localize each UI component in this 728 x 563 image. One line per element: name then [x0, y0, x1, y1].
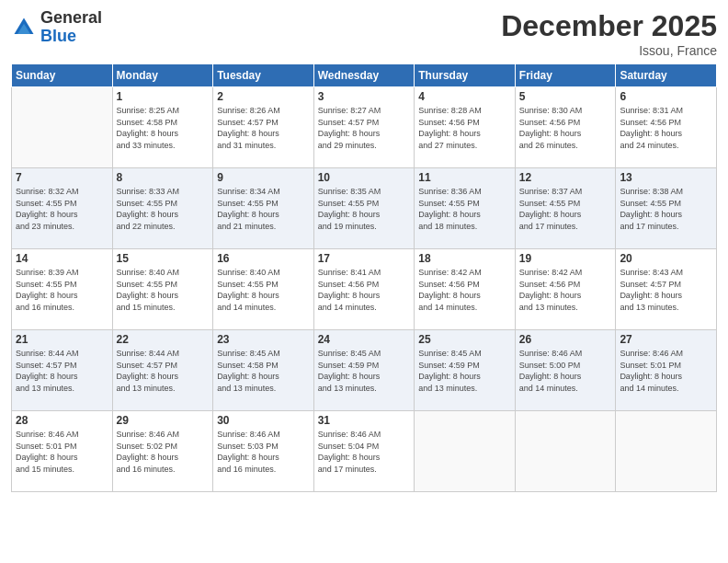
day-number: 7: [16, 171, 108, 184]
day-number: 23: [217, 333, 310, 346]
day-info: Sunrise: 8:38 AM Sunset: 4:55 PM Dayligh…: [620, 186, 712, 232]
day-info: Sunrise: 8:39 AM Sunset: 4:55 PM Dayligh…: [16, 267, 108, 313]
calendar-day-cell: 3Sunrise: 8:27 AM Sunset: 4:57 PM Daylig…: [313, 87, 415, 168]
day-info: Sunrise: 8:42 AM Sunset: 4:56 PM Dayligh…: [418, 267, 511, 313]
title-block: December 2025 Issou, France: [501, 9, 717, 58]
day-number: 5: [519, 90, 612, 103]
day-number: 29: [117, 414, 210, 427]
calendar-week-row: 21Sunrise: 8:44 AM Sunset: 4:57 PM Dayli…: [12, 330, 717, 411]
day-info: Sunrise: 8:28 AM Sunset: 4:56 PM Dayligh…: [418, 105, 511, 151]
calendar-day-cell: 15Sunrise: 8:40 AM Sunset: 4:55 PM Dayli…: [112, 249, 213, 330]
day-info: Sunrise: 8:34 AM Sunset: 4:55 PM Dayligh…: [217, 186, 310, 232]
day-info: Sunrise: 8:26 AM Sunset: 4:57 PM Dayligh…: [217, 105, 310, 151]
calendar-week-row: 28Sunrise: 8:46 AM Sunset: 5:01 PM Dayli…: [12, 411, 717, 492]
calendar-day-cell: 6Sunrise: 8:31 AM Sunset: 4:56 PM Daylig…: [616, 87, 717, 168]
day-info: Sunrise: 8:37 AM Sunset: 4:55 PM Dayligh…: [519, 186, 612, 232]
day-number: 11: [418, 171, 511, 184]
calendar-day-cell: 31Sunrise: 8:46 AM Sunset: 5:04 PM Dayli…: [313, 411, 415, 492]
day-number: 10: [318, 171, 411, 184]
calendar-day-cell: 20Sunrise: 8:43 AM Sunset: 4:57 PM Dayli…: [616, 249, 717, 330]
calendar-week-row: 14Sunrise: 8:39 AM Sunset: 4:55 PM Dayli…: [12, 249, 717, 330]
logo-blue: Blue: [40, 28, 102, 46]
day-number: 18: [418, 252, 511, 265]
logo: General Blue: [11, 9, 102, 46]
day-info: Sunrise: 8:40 AM Sunset: 4:55 PM Dayligh…: [117, 267, 210, 313]
logo-text: General Blue: [40, 9, 102, 46]
day-number: 30: [217, 414, 310, 427]
day-number: 8: [117, 171, 210, 184]
day-number: 25: [418, 333, 511, 346]
day-number: 21: [16, 333, 108, 346]
day-number: 9: [217, 171, 310, 184]
calendar-day-cell: 29Sunrise: 8:46 AM Sunset: 5:02 PM Dayli…: [112, 411, 213, 492]
calendar-day-cell: 13Sunrise: 8:38 AM Sunset: 4:55 PM Dayli…: [616, 168, 717, 249]
calendar-day-cell: 1Sunrise: 8:25 AM Sunset: 4:58 PM Daylig…: [112, 87, 213, 168]
day-info: Sunrise: 8:45 AM Sunset: 4:58 PM Dayligh…: [217, 348, 310, 394]
calendar-week-row: 7Sunrise: 8:32 AM Sunset: 4:55 PM Daylig…: [12, 168, 717, 249]
calendar-day-cell: [515, 411, 616, 492]
column-header-saturday: Saturday: [616, 64, 717, 87]
calendar-day-cell: 16Sunrise: 8:40 AM Sunset: 4:55 PM Dayli…: [213, 249, 314, 330]
day-info: Sunrise: 8:44 AM Sunset: 4:57 PM Dayligh…: [16, 348, 108, 394]
day-info: Sunrise: 8:45 AM Sunset: 4:59 PM Dayligh…: [418, 348, 511, 394]
column-header-wednesday: Wednesday: [313, 64, 415, 87]
day-info: Sunrise: 8:32 AM Sunset: 4:55 PM Dayligh…: [16, 186, 108, 232]
calendar-day-cell: 12Sunrise: 8:37 AM Sunset: 4:55 PM Dayli…: [515, 168, 616, 249]
calendar-day-cell: 11Sunrise: 8:36 AM Sunset: 4:55 PM Dayli…: [415, 168, 516, 249]
column-header-monday: Monday: [112, 64, 213, 87]
day-info: Sunrise: 8:27 AM Sunset: 4:57 PM Dayligh…: [318, 105, 411, 151]
day-info: Sunrise: 8:46 AM Sunset: 5:02 PM Dayligh…: [117, 429, 210, 475]
day-number: 26: [519, 333, 612, 346]
calendar-day-cell: 8Sunrise: 8:33 AM Sunset: 4:55 PM Daylig…: [112, 168, 213, 249]
day-info: Sunrise: 8:46 AM Sunset: 5:03 PM Dayligh…: [217, 429, 310, 475]
column-header-tuesday: Tuesday: [213, 64, 314, 87]
calendar-day-cell: 14Sunrise: 8:39 AM Sunset: 4:55 PM Dayli…: [12, 249, 113, 330]
location: Issou, France: [501, 43, 717, 58]
day-info: Sunrise: 8:42 AM Sunset: 4:56 PM Dayligh…: [519, 267, 612, 313]
day-info: Sunrise: 8:25 AM Sunset: 4:58 PM Dayligh…: [117, 105, 210, 151]
day-info: Sunrise: 8:46 AM Sunset: 5:01 PM Dayligh…: [620, 348, 712, 394]
day-number: 13: [620, 171, 712, 184]
calendar-day-cell: 26Sunrise: 8:46 AM Sunset: 5:00 PM Dayli…: [515, 330, 616, 411]
day-number: 2: [217, 90, 310, 103]
calendar-header-row: SundayMondayTuesdayWednesdayThursdayFrid…: [12, 64, 717, 87]
day-info: Sunrise: 8:44 AM Sunset: 4:57 PM Dayligh…: [117, 348, 210, 394]
calendar-day-cell: 21Sunrise: 8:44 AM Sunset: 4:57 PM Dayli…: [12, 330, 113, 411]
day-number: 27: [620, 333, 712, 346]
column-header-friday: Friday: [515, 64, 616, 87]
day-info: Sunrise: 8:36 AM Sunset: 4:55 PM Dayligh…: [418, 186, 511, 232]
calendar-day-cell: [616, 411, 717, 492]
day-number: 6: [620, 90, 712, 103]
calendar-day-cell: 24Sunrise: 8:45 AM Sunset: 4:59 PM Dayli…: [313, 330, 415, 411]
day-number: 15: [117, 252, 210, 265]
day-info: Sunrise: 8:40 AM Sunset: 4:55 PM Dayligh…: [217, 267, 310, 313]
day-number: 22: [117, 333, 210, 346]
calendar-day-cell: 9Sunrise: 8:34 AM Sunset: 4:55 PM Daylig…: [213, 168, 314, 249]
calendar-day-cell: 17Sunrise: 8:41 AM Sunset: 4:56 PM Dayli…: [313, 249, 415, 330]
calendar-day-cell: 5Sunrise: 8:30 AM Sunset: 4:56 PM Daylig…: [515, 87, 616, 168]
calendar-day-cell: 22Sunrise: 8:44 AM Sunset: 4:57 PM Dayli…: [112, 330, 213, 411]
day-number: 1: [117, 90, 210, 103]
column-header-sunday: Sunday: [12, 64, 113, 87]
day-number: 17: [318, 252, 411, 265]
day-info: Sunrise: 8:33 AM Sunset: 4:55 PM Dayligh…: [117, 186, 210, 232]
calendar-day-cell: 10Sunrise: 8:35 AM Sunset: 4:55 PM Dayli…: [313, 168, 415, 249]
calendar-week-row: 1Sunrise: 8:25 AM Sunset: 4:58 PM Daylig…: [12, 87, 717, 168]
page-header: General Blue December 2025 Issou, France: [11, 9, 717, 58]
day-number: 4: [418, 90, 511, 103]
column-header-thursday: Thursday: [415, 64, 516, 87]
day-number: 12: [519, 171, 612, 184]
calendar-day-cell: 25Sunrise: 8:45 AM Sunset: 4:59 PM Dayli…: [415, 330, 516, 411]
day-info: Sunrise: 8:31 AM Sunset: 4:56 PM Dayligh…: [620, 105, 712, 151]
logo-icon: [11, 15, 37, 40]
day-number: 14: [16, 252, 108, 265]
calendar-day-cell: 27Sunrise: 8:46 AM Sunset: 5:01 PM Dayli…: [616, 330, 717, 411]
page-container: General Blue December 2025 Issou, France…: [0, 0, 728, 501]
calendar-table: SundayMondayTuesdayWednesdayThursdayFrid…: [11, 63, 717, 492]
calendar-day-cell: 2Sunrise: 8:26 AM Sunset: 4:57 PM Daylig…: [213, 87, 314, 168]
day-info: Sunrise: 8:35 AM Sunset: 4:55 PM Dayligh…: [318, 186, 411, 232]
day-info: Sunrise: 8:45 AM Sunset: 4:59 PM Dayligh…: [318, 348, 411, 394]
calendar-day-cell: 7Sunrise: 8:32 AM Sunset: 4:55 PM Daylig…: [12, 168, 113, 249]
day-info: Sunrise: 8:46 AM Sunset: 5:00 PM Dayligh…: [519, 348, 612, 394]
day-number: 31: [318, 414, 411, 427]
